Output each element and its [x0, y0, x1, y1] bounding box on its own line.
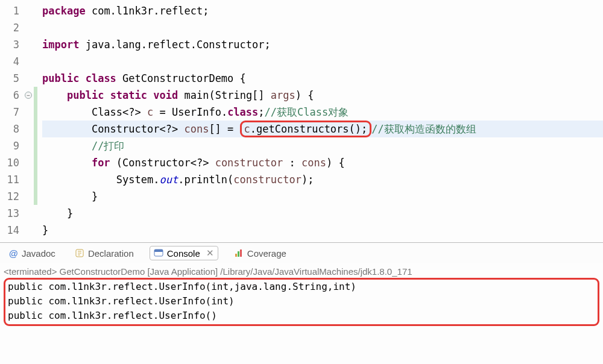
- code-line: Constructor<?> cons[] = c.getConstructor…: [42, 121, 603, 137]
- tab-label: Declaration: [88, 248, 134, 259]
- line-number: 3: [0, 36, 19, 53]
- coverage-gutter: [34, 2, 37, 239]
- code-line: for (Constructor<?> constructor : cons) …: [42, 154, 603, 171]
- console-line: public com.l1nk3r.reflect.UserInfo(int): [8, 294, 595, 309]
- tab-label: Console: [167, 248, 200, 259]
- code-line: [42, 53, 603, 70]
- tab-javadoc[interactable]: @ Javadoc: [5, 247, 59, 260]
- tab-label: Coverage: [247, 248, 286, 259]
- line-number: 8: [0, 121, 19, 137]
- line-number: 13: [0, 205, 19, 222]
- tab-label: Javadoc: [22, 248, 55, 259]
- fold-toggle-icon[interactable]: −: [25, 92, 32, 99]
- code-line: }: [42, 222, 603, 239]
- code-line: }: [42, 188, 603, 205]
- svg-rect-5: [240, 249, 242, 257]
- code-line: import java.lang.reflect.Constructor;: [42, 36, 603, 53]
- line-number: 4: [0, 53, 19, 70]
- line-number-gutter: 1 2 3 4 5 6 7 8 9 10 11 12 13 14: [0, 2, 25, 239]
- tab-coverage[interactable]: Coverage: [230, 247, 290, 260]
- fold-gutter: −: [25, 2, 34, 239]
- console-icon: [154, 248, 163, 258]
- code-line: public class GetConstructorDemo {: [42, 70, 603, 87]
- line-number: 11: [0, 171, 19, 188]
- javadoc-icon: @: [8, 248, 18, 258]
- highlight-box-output: public com.l1nk3r.reflect.UserInfo(int,j…: [4, 278, 599, 326]
- code-editor[interactable]: 1 2 3 4 5 6 7 8 9 10 11 12 13 14 − packa…: [0, 0, 603, 243]
- tab-declaration[interactable]: Declaration: [71, 247, 137, 260]
- code-line: public static void main(String[] args) {: [42, 87, 603, 104]
- code-line: package com.l1nk3r.reflect;: [42, 2, 603, 19]
- code-line: System.out.println(constructor);: [42, 171, 603, 188]
- declaration-icon: [75, 248, 84, 258]
- bottom-panel-tabs: @ Javadoc Declaration Console ✕ Coverage: [0, 243, 603, 263]
- code-line: [42, 19, 603, 36]
- console-panel[interactable]: <terminated> GetConstructorDemo [Java Ap…: [0, 263, 603, 327]
- line-number: 7: [0, 104, 19, 121]
- console-line: public com.l1nk3r.reflect.UserInfo(int,j…: [8, 280, 595, 294]
- console-line: public com.l1nk3r.reflect.UserInfo(): [8, 309, 595, 323]
- line-number: 5: [0, 70, 19, 87]
- close-icon[interactable]: ✕: [206, 248, 214, 259]
- tab-console[interactable]: Console ✕: [150, 246, 218, 260]
- line-number: 2: [0, 19, 19, 36]
- console-status: <terminated> GetConstructorDemo [Java Ap…: [4, 265, 599, 279]
- coverage-icon: [234, 248, 244, 258]
- svg-rect-2: [154, 249, 163, 252]
- line-number: 12: [0, 188, 19, 205]
- code-area[interactable]: package com.l1nk3r.reflect; import java.…: [40, 2, 603, 239]
- line-number: 14: [0, 222, 19, 239]
- line-number: 10: [0, 154, 19, 171]
- line-number: 6: [0, 87, 19, 104]
- code-line: //打印: [42, 137, 603, 154]
- svg-rect-4: [238, 251, 239, 257]
- highlight-box-getconstructors: c.getConstructors();: [240, 121, 372, 137]
- code-line: Class<?> c = UserInfo.class;//获取Class对象: [42, 104, 603, 121]
- line-number: 1: [0, 2, 19, 19]
- code-line: }: [42, 205, 603, 222]
- svg-rect-3: [235, 254, 237, 257]
- line-number: 9: [0, 137, 19, 154]
